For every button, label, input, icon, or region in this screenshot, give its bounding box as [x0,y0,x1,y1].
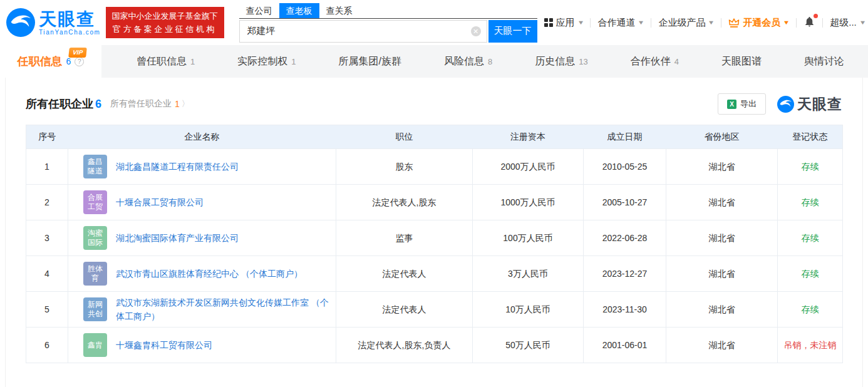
nav-enterprise-products[interactable]: 企业级产品 ▼ [651,17,721,29]
excel-icon: X [727,100,736,109]
col-company: 企业名称 [68,125,336,149]
tianyancha-logo[interactable]: 天眼查 TianYanCha.com [6,8,101,37]
profile-tab-1[interactable]: 曾任职信息1 [129,45,202,78]
row-index: 3 [26,220,68,256]
profile-tab-count: 1 [291,57,296,66]
profile-tab-label: 所属集团/族群 [339,55,401,68]
date-cell: 2005-10-27 [584,185,666,220]
col-status: 登记状态 [778,125,843,149]
search-type-tab-2[interactable]: 查关系 [319,3,359,18]
positions-table: 序号 企业名称 职位 注册资本 成立日期 省份地区 登记状态 1 鑫昌隧道 湖北… [26,125,843,363]
profile-tab-label: 历史信息 [535,55,575,68]
profile-tab-label: 舆情讨论 [804,55,844,68]
nav-super-vip[interactable]: 超级... ▼ [823,17,868,29]
col-capital: 注册资本 [473,125,584,149]
capital-cell: 2000万人民币 [473,149,584,185]
date-cell: 2001-06-01 [584,328,666,363]
profile-tab-5[interactable]: 历史信息13 [527,45,595,78]
position-cell: 监事 [336,220,473,256]
capital-cell: 1000万人民币 [473,185,584,220]
status-cell: 存续 [778,149,843,185]
profile-tab-label: 实际控制权 [237,55,287,68]
content-card: 所有任职企业 6 所有曾任职企业 1 〉 X 导出 天眼查 [5,78,863,387]
chevron-down-icon: ▼ [783,19,790,26]
company-name-link[interactable]: 武汉市东湖新技术开发区新网共创文化传媒工作室 （个体工商户） [116,296,331,323]
section-title: 所有任职企业 [26,96,93,111]
profile-tab-label: 风险信息 [444,55,484,68]
search-input[interactable] [240,21,487,42]
company-name-link[interactable]: 湖北淘蜜国际体育产业有限公司 [116,231,239,245]
position-cell: 法定代表人 [336,256,473,292]
company-logo-badge: 鑫昌隧道 [83,155,107,178]
clear-input-icon[interactable]: ✕ [471,26,481,36]
row-index: 5 [26,292,68,328]
profile-tab-3[interactable]: 所属集团/族群 [331,45,409,78]
capital-cell: 3万人民币 [473,256,584,292]
row-index: 1 [26,149,68,185]
profile-tab-label: 曾任职信息 [137,55,187,68]
tianyancha-watermark-icon [777,96,794,113]
company-name-link[interactable]: 十堰合展工贸有限公司 [116,195,204,209]
date-cell: 2010-05-25 [584,149,666,185]
chevron-down-icon: ▼ [638,19,645,26]
date-cell: 2023-12-27 [584,256,666,292]
status-cell: 吊销，未注销 [778,328,843,363]
company-name-link[interactable]: 武汉市青山区旗胜体育经纪中心 （个体工商户） [116,267,302,281]
nav-open-vip[interactable]: 开通会员 ▼ [721,17,796,29]
former-positions-link[interactable]: 所有曾任职企业 1 〉 [110,98,190,110]
nav-apps[interactable]: 应用 ▼ [537,17,591,29]
col-index: 序号 [26,125,68,149]
search-type-tab-0[interactable]: 查公司 [239,3,279,18]
former-positions-count: 1 [175,99,180,109]
profile-tabs: VIP任职信息6?曾任职信息1实际控制权1所属集团/族群风险信息8历史信息13合… [0,45,868,78]
table-header-row: 序号 企业名称 职位 注册资本 成立日期 省份地区 登记状态 [26,125,843,149]
nav-apps-label: 应用 [556,17,575,29]
profile-tab-label: 任职信息 [18,54,63,69]
row-index: 6 [26,328,68,363]
region-cell: 湖北省 [666,149,778,185]
chevron-right-icon: 〉 [182,98,190,110]
chevron-down-icon: ▼ [577,19,584,26]
profile-tab-7[interactable]: 天眼图谱 [714,45,769,78]
profile-tab-8[interactable]: 舆情讨论 [797,45,852,78]
profile-tab-4[interactable]: 风险信息8 [437,45,500,78]
row-index: 4 [26,256,68,292]
company-name-link[interactable]: 十堰鑫胄科工贸有限公司 [116,338,212,352]
export-label: 导出 [740,98,757,110]
profile-tab-count: 1 [190,57,195,66]
cert-line-1: 国家中小企业发展子基金旗下 [112,9,218,23]
region-cell: 湖北省 [666,292,778,328]
nav-super-label: 超级... [830,17,857,29]
export-button[interactable]: X 导出 [718,93,766,115]
row-index: 2 [26,185,68,220]
nav-partner-channel[interactable]: 合作通道 ▼ [591,17,651,29]
search-area: 查公司查老板查关系 ✕ 天眼一下 [239,3,537,43]
help-icon[interactable]: ? [75,57,84,66]
search-type-tab-1[interactable]: 查老板 [279,3,319,18]
top-nav: 应用 ▼ 合作通道 ▼ 企业级产品 ▼ 开通会员 ▼ [537,16,868,29]
date-cell: 2023-11-30 [584,292,666,328]
notification-dot [814,14,818,18]
col-date: 成立日期 [584,125,666,149]
search-input-wrap: ✕ [239,20,487,43]
nav-notifications[interactable] [797,16,822,29]
col-region: 省份地区 [666,125,778,149]
company-logo-badge: 合展工贸 [83,190,107,214]
site-header: 天眼查 TianYanCha.com 国家中小企业发展子基金旗下 官方备案企业征… [0,0,868,45]
company-name-link[interactable]: 湖北鑫昌隧道工程有限责任公司 [116,160,239,173]
col-position: 职位 [336,125,473,149]
status-cell: 存续 [778,256,843,292]
cert-line-2: 官方备案企业征信机构 [112,23,218,36]
crown-icon [728,18,740,28]
profile-tab-6[interactable]: 合作伙伴4 [623,45,686,78]
region-cell: 湖北省 [666,185,778,220]
nav-enterprise-label: 企业级产品 [658,17,705,29]
search-button[interactable]: 天眼一下 [488,20,537,43]
position-cell: 股东 [336,149,473,185]
table-row: 6 鑫胄 十堰鑫胄科工贸有限公司 法定代表人,股东,负责人 50万人民币 200… [26,328,843,363]
chevron-down-icon: ▼ [859,19,866,26]
profile-tab-2[interactable]: 实际控制权1 [230,45,303,78]
apps-grid-icon [544,18,553,27]
profile-tab-0[interactable]: VIP任职信息6? [0,45,101,78]
profile-tab-count: 13 [579,57,587,66]
